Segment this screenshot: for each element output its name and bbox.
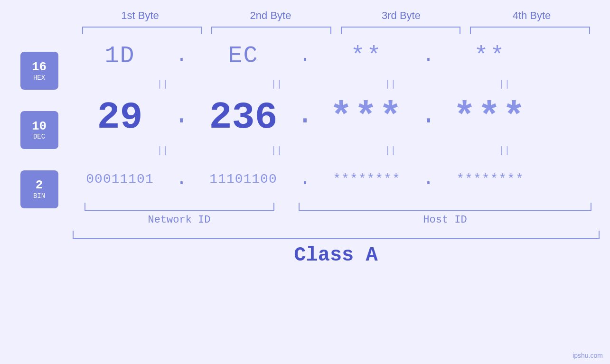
badge-bin-label: BIN <box>33 192 45 200</box>
badge-hex-num: 16 <box>32 60 47 74</box>
dot-hex-3: . <box>419 45 438 66</box>
host-id-bracket-section: Host ID <box>291 203 600 226</box>
sep2-4: || <box>498 145 510 156</box>
sep1-4: || <box>498 79 510 90</box>
hex-b3: ** <box>315 42 419 69</box>
hex-b2: EC <box>191 42 296 69</box>
network-id-bracket-section: Network ID <box>68 203 291 226</box>
hex-b1-value: 1D <box>104 42 135 69</box>
bin-b3: ******** <box>315 172 419 187</box>
bin-b2: 11101100 <box>191 172 296 187</box>
sep1-1: || <box>157 79 168 90</box>
class-area: Class A <box>73 231 600 267</box>
host-id-label: Host ID <box>423 214 467 226</box>
bottom-brackets-area: Network ID Host ID <box>68 203 600 226</box>
sep2-2: || <box>271 145 282 156</box>
hex-row: 1D . EC . ** . ** <box>68 34 600 77</box>
badge-hex-label: HEX <box>33 74 45 82</box>
byte-label-3: 3rd Byte <box>349 9 453 22</box>
bracket-bottom-network <box>84 203 274 211</box>
badge-bin: 2 BIN <box>20 170 58 208</box>
badges-column: 16 HEX 10 DEC 2 BIN <box>11 34 68 226</box>
byte-label-4: 4th Byte <box>479 9 584 22</box>
bracket-bottom-all <box>73 231 600 239</box>
class-label: Class A <box>294 244 377 267</box>
separator-2: || || || || <box>68 143 600 158</box>
hex-b2-value: EC <box>228 42 258 69</box>
data-area: 1D . EC . ** . ** || || <box>68 34 600 226</box>
dot-dec-1: . <box>172 99 191 136</box>
hex-b1: 1D <box>68 42 172 69</box>
dot-dec-3: . <box>419 99 438 136</box>
dec-b4: *** <box>438 96 543 139</box>
hex-b4-value: ** <box>474 42 506 69</box>
bracket-top-byte3 <box>341 27 461 34</box>
bracket-top-byte1 <box>82 27 202 34</box>
dec-b1: 29 <box>68 96 172 139</box>
dec-b1-value: 29 <box>97 96 142 139</box>
main-area: 16 HEX 10 DEC 2 BIN 1D . EC <box>11 34 600 226</box>
dec-b3-value: *** <box>329 96 404 139</box>
sep1-3: || <box>385 79 396 90</box>
bin-b4-value: ******** <box>456 172 524 187</box>
badge-dec: 10 DEC <box>20 111 58 149</box>
bin-b1-value: 00011101 <box>86 172 153 187</box>
badge-dec-num: 10 <box>32 120 47 133</box>
bin-b4: ******** <box>438 172 543 187</box>
byte-label-2: 2nd Byte <box>218 9 323 22</box>
byte-label-1: 1st Byte <box>88 9 192 22</box>
dot-dec-2: . <box>296 99 315 136</box>
bracket-bottom-host <box>299 203 592 211</box>
network-id-label: Network ID <box>148 214 210 226</box>
dec-row: 29 . 236 . *** . *** <box>68 91 600 143</box>
bin-row: 00011101 . 11101100 . ******** . *******… <box>68 158 600 200</box>
sep1-2: || <box>271 79 282 90</box>
bracket-top-byte2 <box>211 27 331 34</box>
dot-bin-1: . <box>172 168 191 190</box>
dec-b2: 236 <box>191 96 296 139</box>
sep2-3: || <box>385 145 396 156</box>
hex-b3-value: ** <box>350 42 383 69</box>
badge-dec-label: DEC <box>33 133 45 140</box>
dec-b3: *** <box>315 96 419 139</box>
bin-b2-value: 11101100 <box>209 172 277 187</box>
byte-headers: 1st Byte 2nd Byte 3rd Byte 4th Byte <box>75 9 597 22</box>
dot-hex-1: . <box>172 45 191 66</box>
dec-b4-value: *** <box>453 96 527 139</box>
bracket-top-byte4 <box>470 27 590 34</box>
top-brackets <box>73 27 600 34</box>
bin-b3-value: ******** <box>333 172 400 187</box>
dec-b2-value: 236 <box>209 96 277 139</box>
bin-b1: 00011101 <box>68 172 172 187</box>
dot-hex-2: . <box>296 45 315 66</box>
dot-bin-3: . <box>419 168 438 190</box>
main-container: 1st Byte 2nd Byte 3rd Byte 4th Byte 16 H… <box>0 0 610 364</box>
watermark: ipshu.com <box>572 352 603 359</box>
badge-hex: 16 HEX <box>20 52 58 90</box>
sep2-1: || <box>157 145 168 156</box>
dot-bin-2: . <box>296 168 315 190</box>
separator-1: || || || || <box>68 77 600 91</box>
badge-bin-num: 2 <box>36 178 43 192</box>
hex-b4: ** <box>438 42 543 69</box>
